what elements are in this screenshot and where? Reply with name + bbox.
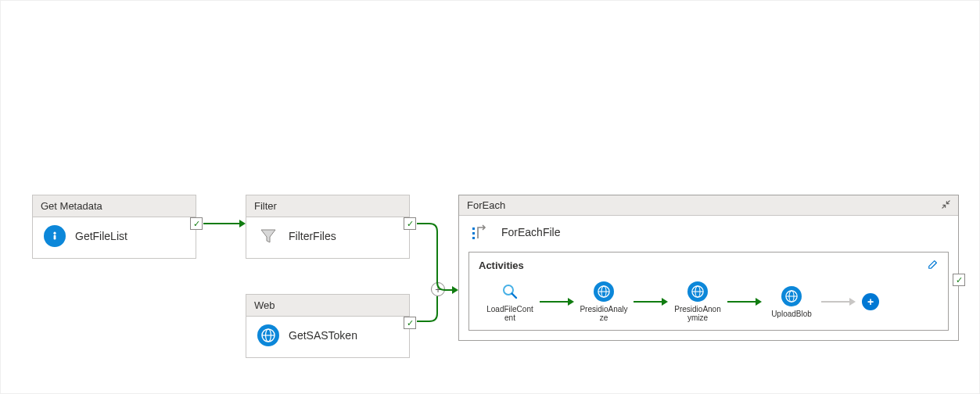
foreach-header-label: ForEach <box>467 199 505 211</box>
node-header: ForEach <box>459 195 958 216</box>
status-success-badge[interactable]: ✓ <box>190 217 203 230</box>
arrow-icon <box>727 297 762 306</box>
svg-marker-16 <box>662 298 668 306</box>
node-web[interactable]: Web GetSASToken ✓ <box>246 294 410 358</box>
arrow-icon <box>634 297 668 306</box>
svg-rect-7 <box>472 237 475 239</box>
globe-icon <box>687 281 708 302</box>
activity-uploadblob[interactable]: UploadBlob <box>768 286 815 318</box>
svg-marker-26 <box>849 298 856 306</box>
node-name: GetSASToken <box>289 329 357 342</box>
foreach-icon <box>470 222 490 242</box>
node-foreach[interactable]: ForEach ForEachFile Activities <box>458 195 959 341</box>
svg-point-0 <box>53 232 56 235</box>
globe-icon <box>594 281 614 302</box>
activity-label: PresidioAnalyze <box>580 305 628 322</box>
check-icon: ✓ <box>407 219 414 229</box>
node-name: FilterFiles <box>289 230 336 242</box>
activities-label: Activities <box>479 260 524 271</box>
node-body: FilterFiles <box>246 217 409 258</box>
activity-label: UploadBlob <box>767 310 816 318</box>
node-body: GetSASToken <box>246 317 409 357</box>
node-header: Get Metadata <box>33 195 196 217</box>
svg-marker-11 <box>568 298 574 306</box>
svg-rect-1 <box>54 235 56 240</box>
svg-marker-21 <box>756 298 762 306</box>
status-success-badge[interactable]: ✓ <box>953 274 965 286</box>
arrow-icon <box>540 297 574 306</box>
activity-loadfilecontent[interactable]: LoadFileContent <box>486 281 533 322</box>
activity-presidioanonymize[interactable]: PresidioAnonymize <box>674 281 721 322</box>
node-name: GetFileList <box>75 230 127 242</box>
svg-line-9 <box>512 294 517 299</box>
node-filter[interactable]: Filter FilterFiles ✓ <box>246 195 410 259</box>
pipeline-canvas[interactable]: Get Metadata GetFileList ✓ Filter Filter… <box>0 0 980 394</box>
globe-icon <box>781 286 802 306</box>
activity-label: LoadFileContent <box>486 305 534 322</box>
edit-icon[interactable] <box>928 259 939 272</box>
node-body: ForEachFile <box>459 216 958 252</box>
add-activity-button[interactable]: + <box>862 293 879 310</box>
status-success-badge[interactable]: ✓ <box>404 217 416 230</box>
search-icon <box>500 281 520 302</box>
svg-rect-6 <box>472 232 475 235</box>
info-icon <box>44 225 66 247</box>
status-success-badge[interactable]: ✓ <box>404 317 416 329</box>
activities-container[interactable]: Activities LoadFileContent <box>468 252 949 331</box>
activity-label: PresidioAnonymize <box>673 305 722 322</box>
check-icon: ✓ <box>407 318 414 328</box>
svg-rect-5 <box>472 227 475 230</box>
svg-marker-28 <box>239 220 246 227</box>
connector <box>203 218 246 229</box>
activity-presidioanalyze[interactable]: PresidioAnalyze <box>580 281 627 322</box>
connector <box>417 282 464 329</box>
check-icon: ✓ <box>956 275 963 285</box>
node-header: Filter <box>246 195 409 217</box>
plus-icon: + <box>867 296 874 308</box>
globe-icon <box>257 324 279 346</box>
node-name: ForEachFile <box>501 226 560 238</box>
arrow-icon <box>821 297 856 306</box>
collapse-icon[interactable] <box>942 200 950 211</box>
node-header: Web <box>246 295 409 317</box>
funnel-icon <box>257 225 279 247</box>
check-icon: ✓ <box>193 219 200 229</box>
activities-row: LoadFileContent PresidioAnalyze <box>479 278 939 322</box>
node-get-metadata[interactable]: Get Metadata GetFileList ✓ <box>32 195 196 259</box>
node-body: GetFileList <box>33 217 196 258</box>
